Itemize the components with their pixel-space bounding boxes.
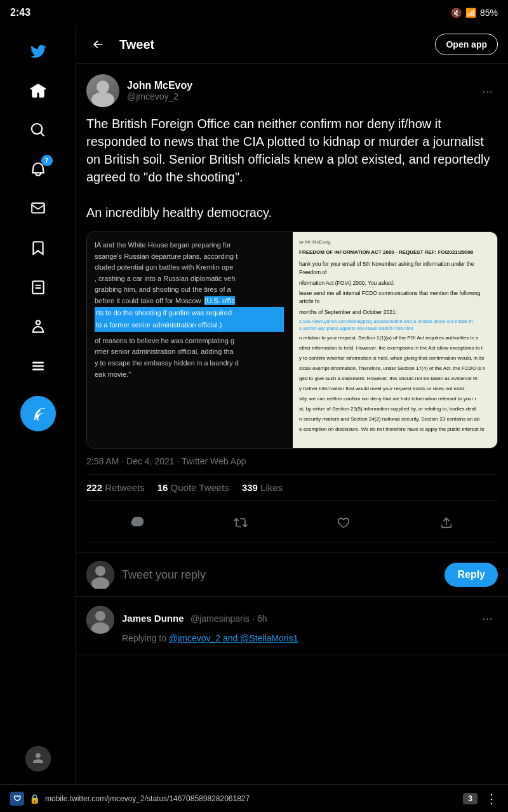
main-content: Tweet Open app John McEvoy @jmcevoy_2 [76, 25, 508, 784]
back-button[interactable] [86, 33, 109, 56]
wifi-icon: 📶 [465, 8, 476, 18]
sidebar-item-home[interactable] [22, 75, 54, 107]
sidebar-item-messages[interactable] [22, 193, 54, 225]
reply-content: James Dunne @jamesinparis · 6h ··· Reply… [122, 606, 498, 646]
sidebar-item-lists[interactable] [22, 272, 54, 303]
svg-point-0 [97, 81, 109, 93]
share-action-button[interactable] [432, 509, 460, 537]
status-bar: 2:43 🔇 📶 85% [0, 0, 508, 25]
bottom-bar-left: 🛡 🔒 mobile.twitter.com/jmcevoy_2/status/… [10, 792, 250, 806]
sidebar-item-search[interactable] [22, 114, 54, 146]
tweet-actions [86, 504, 498, 542]
compose-button[interactable] [20, 396, 56, 431]
browser-menu-button[interactable]: ⋮ [485, 791, 498, 806]
tweet-image-left: IA and the White House began preparing f… [87, 232, 291, 448]
status-icons: 🔇 📶 85% [451, 8, 498, 18]
reply-action-button[interactable] [124, 509, 152, 537]
author-details: John McEvoy @jmcevoy_2 [127, 80, 192, 102]
sidebar-item-notifications[interactable]: 7 [22, 154, 54, 185]
browser-url[interactable]: mobile.twitter.com/jmcevoy_2/status/1467… [45, 794, 250, 803]
tweet-media[interactable]: IA and the White House began preparing f… [86, 232, 498, 449]
sidebar-user-avatar[interactable] [25, 746, 51, 771]
tweet-author-row: John McEvoy @jmcevoy_2 ··· [86, 74, 498, 107]
current-user-avatar [86, 561, 114, 589]
sidebar-item-bookmarks[interactable] [22, 232, 54, 264]
sidebar-item-profile[interactable] [22, 311, 54, 343]
reply-more-button[interactable]: ··· [477, 606, 498, 631]
reply-item: James Dunne @jamesinparis · 6h ··· Reply… [76, 597, 508, 655]
app-container: 7 Tweet [0, 25, 508, 784]
tab-count[interactable]: 3 [463, 793, 478, 804]
page-title: Tweet [119, 37, 435, 52]
author-avatar[interactable] [86, 74, 119, 107]
svg-point-1 [91, 92, 114, 107]
retweet-action-button[interactable] [227, 509, 255, 537]
sidebar-item-twitter-home[interactable] [22, 36, 54, 67]
reply-header: James Dunne @jamesinparis · 6h ··· [122, 606, 498, 631]
tweet-timestamp: 2:58 AM · Dec 4, 2021 · Twitter Web App [86, 456, 498, 466]
reply-to-link[interactable]: @jmcevoy_2 and @StellaMoris1 [169, 633, 298, 643]
reply-author-name: James Dunne [122, 613, 184, 624]
lock-icon: 🔒 [29, 794, 40, 804]
svg-point-6 [95, 611, 105, 621]
sidebar: 7 [0, 25, 76, 784]
reply-input-row: Tweet your reply Reply [76, 553, 508, 597]
mute-icon: 🔇 [451, 8, 462, 18]
tweet-image-right: ar Mr McEvoy, FREEDOM OF INFORMATION ACT… [293, 232, 497, 448]
bottom-bar: 🛡 🔒 mobile.twitter.com/jmcevoy_2/status/… [0, 784, 508, 812]
reply-time: 6h [257, 613, 267, 624]
author-name: John McEvoy [127, 80, 192, 91]
reply-button[interactable]: Reply [444, 563, 498, 587]
reply-author-avatar[interactable] [86, 606, 114, 634]
like-action-button[interactable] [330, 509, 358, 537]
tweet-stats: 222 Retweets 16 Quote Tweets 339 Likes [86, 474, 498, 501]
tweet-header: Tweet Open app [76, 25, 508, 64]
shield-icon: 🛡 [10, 792, 24, 806]
reply-input-placeholder[interactable]: Tweet your reply [122, 568, 437, 582]
reply-author-handle: @jamesinparis [190, 613, 250, 624]
reply-to: Replying to @jmcevoy_2 and @StellaMoris1 [122, 633, 498, 643]
notification-badge: 7 [41, 155, 53, 166]
svg-point-3 [95, 566, 105, 576]
sidebar-item-more[interactable] [22, 350, 54, 382]
battery-level: 85% [480, 8, 498, 18]
retweets-count[interactable]: 222 Retweets [86, 482, 145, 493]
tweet-body: John McEvoy @jmcevoy_2 ··· The British F… [76, 64, 508, 553]
quote-tweets-count[interactable]: 16 Quote Tweets [157, 482, 229, 493]
likes-count[interactable]: 339 Likes [242, 482, 283, 493]
tweet-text: The British Foreign Office can neither c… [86, 115, 498, 221]
status-time: 2:43 [10, 7, 30, 18]
author-handle: @jmcevoy_2 [127, 91, 192, 102]
reply-author-info: James Dunne @jamesinparis · 6h [122, 613, 267, 624]
more-options-button[interactable]: ··· [477, 79, 498, 103]
open-app-button[interactable]: Open app [435, 34, 498, 55]
tweet-author-info: John McEvoy @jmcevoy_2 [86, 74, 192, 107]
